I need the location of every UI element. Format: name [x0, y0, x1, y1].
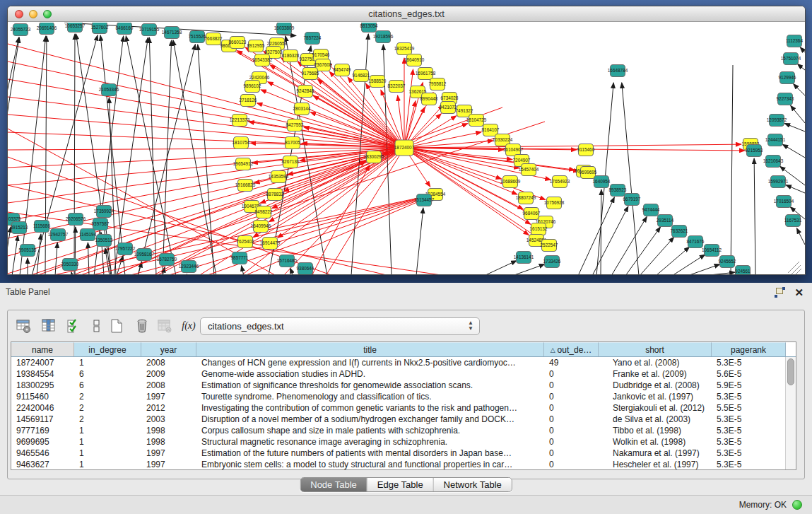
cell-pagerank[interactable]: 5.3E-5	[712, 414, 786, 425]
graph-node[interactable]: 9215953	[746, 145, 763, 157]
graph-node[interactable]: 924561	[735, 266, 751, 276]
cell-in_degree[interactable]: 2	[74, 414, 141, 425]
table-settings-icon[interactable]	[13, 316, 33, 336]
cell-name[interactable]: 9699695	[11, 436, 74, 448]
cell-year[interactable]: 1998	[141, 436, 196, 448]
cell-short[interactable]: Stergiakouli et al. (2012)	[599, 402, 712, 414]
graph-node[interactable]: 9421072	[440, 102, 457, 114]
graph-node[interactable]: 9857771	[231, 252, 249, 264]
cell-out_degree[interactable]: 49	[544, 357, 599, 368]
table-row[interactable]: 1456911722003Disruption of a novel membe…	[11, 414, 796, 425]
graph-node[interactable]: 2718126	[240, 95, 257, 107]
cell-title[interactable]: Tourette syndrome. Phenomenology and cla…	[196, 391, 544, 402]
graph-node[interactable]: 8938923	[609, 185, 627, 197]
graph-node[interactable]: 8466160	[116, 23, 134, 35]
tab-edge-table[interactable]: Edge Table	[367, 478, 434, 491]
table-selector-dropdown[interactable]: citations_edges.txt ▲▼	[200, 317, 480, 335]
graph-node[interactable]: 8186328	[282, 50, 300, 62]
zoom-window-icon[interactable]	[43, 10, 52, 18]
cell-year[interactable]: 2008	[141, 380, 196, 391]
cell-title[interactable]: Disruption of a novel member of a sodium…	[196, 414, 544, 425]
table-row[interactable]: 969969511998Structural magnetic resonanc…	[11, 436, 796, 448]
graph-node[interactable]: 14136141	[514, 252, 534, 264]
graph-node[interactable]: 9245652	[719, 256, 736, 268]
graph-node[interactable]: 15716485	[277, 255, 298, 267]
graph-node[interactable]: 8878832	[266, 189, 284, 201]
cell-out_degree[interactable]: 0	[544, 425, 599, 436]
graph-node[interactable]: 18104725	[466, 115, 487, 127]
cell-name[interactable]: 18300295	[11, 380, 74, 391]
column-header-year[interactable]: year	[141, 342, 196, 356]
graph-node[interactable]: 12942757	[48, 229, 69, 241]
cell-in_degree[interactable]: 1	[74, 436, 141, 448]
cell-in_degree[interactable]: 1	[74, 459, 141, 470]
new-column-icon[interactable]	[107, 316, 126, 336]
graph-node[interactable]: 1640954	[593, 176, 611, 188]
cell-in_degree[interactable]: 1	[74, 448, 141, 459]
cell-pagerank[interactable]: 5.3E-5	[712, 357, 786, 368]
close-window-icon[interactable]	[15, 10, 23, 18]
cell-short[interactable]: Wolkin et al. (1998)	[599, 436, 712, 448]
graph-node[interactable]: 10653257	[65, 23, 86, 33]
cell-year[interactable]: 1997	[141, 459, 196, 470]
graph-node[interactable]: 10719155	[139, 24, 160, 36]
graph-node[interactable]: 1615132	[530, 223, 548, 235]
graph-node[interactable]: 18640910	[404, 54, 425, 66]
cell-short[interactable]: Nakamura et al. (1997)	[599, 448, 712, 459]
graph-node[interactable]: 17654923	[550, 176, 570, 188]
cell-out_degree[interactable]: 0	[544, 391, 599, 402]
cell-name[interactable]: 9777169	[11, 425, 74, 436]
cell-name[interactable]: 19384554	[11, 368, 74, 380]
graph-node[interactable]: 7857224	[304, 33, 322, 45]
graph-node[interactable]: 16033809	[274, 23, 295, 35]
graph-node[interactable]: 7955812	[429, 78, 447, 90]
cell-title[interactable]: Estimation of significance thresholds fo…	[196, 380, 544, 391]
graph-node[interactable]: 9896102	[244, 81, 261, 93]
graph-node[interactable]: 16543382	[252, 54, 273, 66]
graph-node[interactable]: 12923446	[179, 261, 199, 273]
graph-node[interactable]: 1115686	[33, 221, 50, 233]
graph-node[interactable]: 9115460	[577, 144, 595, 156]
graph-node[interactable]: 12444151	[765, 134, 786, 146]
graph-node[interactable]: 8813054	[360, 23, 378, 33]
graph-node[interactable]: 1112364	[786, 35, 803, 47]
graph-node[interactable]: 9498222	[255, 206, 273, 218]
cell-name[interactable]: 22420046	[11, 402, 74, 414]
tab-node-table[interactable]: Node Table	[300, 478, 367, 491]
network-canvas[interactable]: 7663822986601686601238912955222605589327…	[8, 23, 805, 275]
cell-in_degree[interactable]: 2	[74, 391, 141, 402]
graph-hub-node[interactable]: 18724007	[394, 140, 415, 156]
graph-node[interactable]: 18300295	[364, 151, 384, 163]
graph-node[interactable]: 5905135	[19, 245, 37, 257]
table-row[interactable]: 977716911998Corpus callosum shape and si…	[11, 425, 796, 436]
graph-node[interactable]: 17016504	[774, 196, 794, 208]
cell-pagerank[interactable]: 5.3E-5	[712, 459, 786, 470]
graph-node[interactable]: 817005	[285, 137, 300, 149]
table-row[interactable]: 1872400712008Changes of HCN gene express…	[11, 357, 796, 368]
graph-node[interactable]: 8322037	[388, 81, 406, 93]
graph-node[interactable]: 20206576	[66, 214, 86, 226]
cell-title[interactable]: Embryonic stem cells: a model to study s…	[196, 459, 544, 470]
graph-node[interactable]: 9684067	[523, 208, 541, 220]
cell-out_degree[interactable]: 0	[544, 459, 599, 470]
graph-node[interactable]: 8427552	[286, 119, 304, 132]
cell-out_degree[interactable]: 0	[544, 448, 599, 459]
cell-out_degree[interactable]: 0	[544, 402, 599, 414]
graph-node[interactable]: 16782759	[157, 254, 177, 266]
cell-title[interactable]: Changes of HCN gene expression and I(f) …	[196, 357, 544, 368]
graph-node[interactable]: 7515526	[189, 31, 206, 43]
cell-short[interactable]: de Silva et al. (2003)	[599, 414, 712, 425]
cell-pagerank[interactable]: 5.3E-5	[712, 436, 786, 448]
graph-node[interactable]: 8471676	[687, 236, 705, 248]
cell-year[interactable]: 1997	[141, 391, 196, 402]
cell-short[interactable]: Jankovic et al. (1997)	[599, 391, 712, 402]
graph-node[interactable]: 18325419	[394, 43, 415, 55]
tab-network-table[interactable]: Network Table	[434, 478, 512, 491]
cell-title[interactable]: Investigating the contribution of common…	[196, 402, 544, 414]
graph-node[interactable]: 9380644	[297, 263, 314, 275]
cell-short[interactable]: Dudbridge et al. (2008)	[599, 380, 712, 391]
graph-node[interactable]: 1588520	[369, 76, 387, 88]
graph-node[interactable]: 16210643	[763, 156, 784, 168]
graph-node[interactable]: 1527602	[91, 23, 109, 34]
cell-year[interactable]: 1998	[141, 425, 196, 436]
